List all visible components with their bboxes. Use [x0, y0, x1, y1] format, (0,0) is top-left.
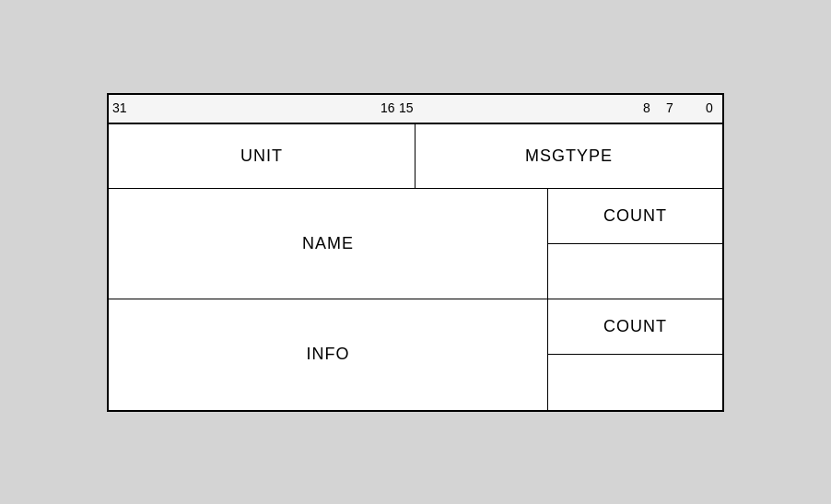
bit-15: 15	[399, 100, 414, 115]
cell-msgtype: MSGTYPE	[416, 124, 722, 188]
row-2: NAME COUNT	[109, 189, 722, 299]
cell-empty-row3	[548, 355, 722, 410]
name-label: NAME	[302, 234, 354, 253]
row-3: INFO COUNT	[109, 299, 722, 410]
right-split-row3: COUNT	[547, 299, 722, 410]
bit-16: 16	[380, 100, 395, 115]
unit-label: UNIT	[240, 147, 283, 166]
count-label-row2: COUNT	[603, 206, 667, 226]
right-split-row2: COUNT	[547, 189, 722, 299]
row-1: UNIT MSGTYPE	[109, 124, 722, 189]
cell-count-row3: COUNT	[548, 299, 722, 355]
register-table: UNIT MSGTYPE NAME COUNT INFO	[107, 123, 724, 412]
msgtype-label: MSGTYPE	[525, 147, 613, 166]
diagram-container: 31 16 15 8 7 0 UNIT MSGTYPE NAME COUNT	[107, 93, 724, 412]
bit-header: 31 16 15 8 7 0	[107, 93, 724, 123]
cell-empty-row2	[548, 244, 722, 299]
cell-name: NAME	[109, 189, 547, 299]
cell-count-row2: COUNT	[548, 189, 722, 244]
count-label-row3: COUNT	[603, 317, 667, 336]
bit-0: 0	[706, 100, 713, 115]
cell-unit: UNIT	[109, 124, 416, 188]
bit-7: 7	[666, 100, 673, 115]
bit-8: 8	[643, 100, 650, 115]
bit-31: 31	[112, 100, 127, 115]
info-label: INFO	[307, 345, 350, 364]
cell-info: INFO	[109, 299, 547, 410]
